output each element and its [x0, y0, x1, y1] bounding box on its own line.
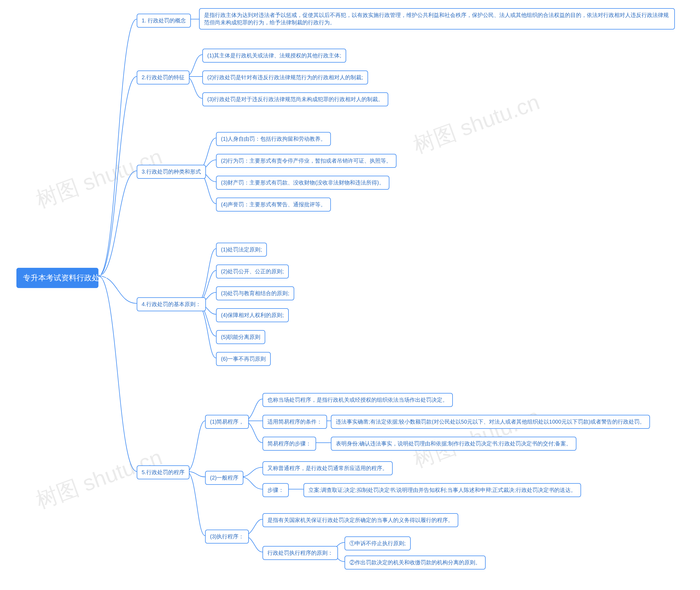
procedure-execution-principle-2: ②作出罚款决定的机关和收缴罚款的机构分离的原则。: [345, 556, 486, 570]
branch-procedures[interactable]: 5.行政处罚的程序: [137, 465, 189, 479]
principle-6: (6)一事不再罚原则: [216, 352, 271, 366]
type-2: (2)行为罚：主要形式有责令停产停业，暂扣或者吊销许可证、执照等。: [216, 154, 397, 168]
procedure-execution-def: 是指有关国家机关保证行政处罚决定所确定的当事人的义务得以履行的程序。: [262, 513, 458, 527]
procedure-simple-steps-label: 简易程序的步骤：: [262, 437, 316, 451]
type-3: (3)财产罚：主要形式有罚款、没收财物(没收非法财物和违法所得)。: [216, 176, 389, 190]
procedure-general-steps-label: 步骤：: [262, 483, 289, 497]
branch-types[interactable]: 3.行政处罚的种类和形式: [137, 165, 206, 179]
branch-principles[interactable]: 4.行政处罚的基本原则：: [137, 297, 206, 311]
type-4: (4)声誉罚：主要形式有警告、通报批评等。: [216, 198, 331, 211]
characteristic-2: (2)行政处罚是针对有违反行政法律规范行为的行政相对人的制裁;: [202, 71, 368, 84]
watermark: 树图 shutu.cn: [409, 87, 544, 161]
procedure-general-steps: 立案;调查取证;决定;拟制处罚决定书;说明理由并告知权利;当事人陈述和申辩;正式…: [303, 483, 581, 497]
watermark: 树图 shutu.cn: [32, 142, 166, 215]
procedure-simple-steps: 表明身份;确认违法事实，说明处罚理由和依据;制作行政处罚决定书;行政处罚决定书的…: [331, 437, 577, 451]
principle-1: (1)处罚法定原则;: [216, 243, 267, 257]
branch-characteristics[interactable]: 2.行政处罚的特征: [137, 71, 189, 84]
procedure-simple-def: 也称当场处罚程序，是指行政机关或经授权的组织依法当场作出处罚决定。: [262, 393, 453, 407]
procedure-general[interactable]: (2)一般程序: [205, 471, 243, 485]
characteristic-3: (3)行政处罚是对于违反行政法律规范尚未构成犯罪的行政相对人的制裁。: [202, 92, 388, 106]
principle-4: (4)保障相对人权利的原则;: [216, 308, 289, 322]
procedure-simple-conditions: 违法事实确凿;有法定依据;较小数额罚款(对公民处以50元以下、对法人或者其他组织…: [331, 415, 650, 429]
type-1: (1)人身自由罚：包括行政拘留和劳动教养。: [216, 132, 331, 146]
procedure-execution[interactable]: (3)执行程序：: [205, 529, 249, 544]
root-node[interactable]: 专升本考试资料行政处罚: [16, 268, 98, 288]
procedure-simple-conditions-label: 适用简易程序的条件：: [262, 415, 327, 429]
branch-concept[interactable]: 1. 行政处罚的概念: [137, 14, 191, 28]
principle-2: (2)处罚公开、公正的原则;: [216, 265, 289, 279]
principle-5: (5)职能分离原则: [216, 330, 265, 344]
principle-3: (3)处罚与教育相结合的原则;: [216, 286, 294, 300]
mindmap-canvas: 树图 shutu.cn 树图 shutu.cn 树图 shutu.cn 树图 s…: [0, 0, 700, 590]
procedure-execution-principle-1: ①申诉不停止执行原则;: [345, 536, 411, 551]
characteristic-1: (1)其主体是行政机关或法律、法规授权的其他行政主体;: [202, 48, 346, 63]
procedure-execution-principles-label: 行政处罚执行程序的原则：: [262, 546, 338, 560]
watermark: 树图 shutu.cn: [32, 443, 166, 516]
procedure-simple[interactable]: (1)简易程序，: [205, 415, 249, 429]
concept-definition: 是指行政主体为达到对违法者予以惩戒，促使其以后不再犯，以有效实施行政管理，维护公…: [199, 8, 675, 29]
procedure-general-def: 又称普通程序，是行政处罚通常所应适用的程序。: [262, 461, 392, 475]
connectors: [0, 0, 700, 590]
